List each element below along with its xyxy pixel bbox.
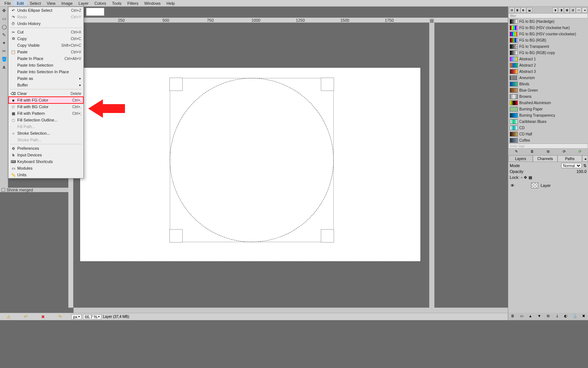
grad-new-icon[interactable]: 🗎 — [530, 149, 535, 155]
menu-view[interactable]: View — [44, 0, 58, 6]
canvas-viewport[interactable] — [74, 23, 429, 308]
menu-item-paste-into-selection-in-place[interactable]: Paste Into Selection In Place — [8, 68, 83, 75]
grad-del-icon[interactable]: ⟳ — [562, 149, 567, 155]
menu-item-paste-into-selection[interactable]: Paste Into Selection — [8, 62, 83, 68]
tool-option-shrink-merged[interactable]: Shrink merged — [0, 188, 68, 192]
layer-visibility-icon[interactable]: 👁 — [510, 183, 516, 188]
gradient-item[interactable]: Abstract 2 — [508, 62, 588, 68]
grad-edit-icon[interactable]: ✎ — [514, 149, 519, 155]
layer-list[interactable]: 👁Layer👁Background — [508, 181, 588, 313]
layer-merge-icon[interactable]: ⤓ — [555, 314, 560, 319]
menu-item-fill-selection-outline[interactable]: ◌Fill Selection Outline... — [8, 117, 83, 123]
gradient-item[interactable]: FG to BG (RGB) copy — [508, 50, 588, 56]
gradient-item[interactable]: FG to BG (Hardedge) — [508, 18, 588, 25]
dock-tab-paths[interactable]: Paths — [557, 155, 582, 162]
dock-icon[interactable]: ▦ — [564, 7, 570, 13]
ellipse-selection[interactable] — [170, 78, 334, 242]
dock-icon[interactable]: ◨ — [558, 7, 564, 13]
dock-menu-icon[interactable]: ◂ — [582, 7, 587, 13]
menu-item-units[interactable]: 📏Units — [8, 171, 83, 178]
gradient-item[interactable]: Coffee — [508, 137, 588, 144]
lock-pos-icon[interactable]: ✥ — [524, 175, 527, 180]
gradient-item[interactable]: FG to BG (HSV counter-clockwise) — [508, 31, 588, 37]
image-tab[interactable] — [84, 7, 104, 17]
handle-top-left[interactable] — [169, 78, 183, 91]
tool-free-select[interactable]: ✎ — [0, 31, 8, 39]
menu-item-input-devices[interactable]: 🖱Input Devices — [8, 152, 83, 158]
menu-filters[interactable]: Filters — [125, 0, 141, 6]
horizontal-scrollbar[interactable] — [74, 308, 508, 313]
vertical-scrollbar[interactable] — [429, 18, 434, 308]
gradient-item[interactable]: CD — [508, 125, 588, 131]
layer-up-icon[interactable]: ▲ — [528, 314, 533, 319]
gradient-list[interactable]: FG to BG (Hardedge)FG to BG (HSV clockwi… — [508, 18, 588, 144]
gradient-item[interactable]: FG to BG (HSV clockwise hue) — [508, 25, 588, 31]
gradient-item[interactable]: Burning Paper — [508, 106, 588, 112]
layer-name[interactable]: Layer — [541, 183, 551, 188]
dock-tab-menu[interactable]: ◂ — [582, 155, 588, 162]
menu-file[interactable]: File — [1, 0, 14, 6]
lock-alpha-icon[interactable]: ▦ — [528, 175, 532, 180]
layer-group-icon[interactable]: ▭ — [519, 314, 524, 319]
gradient-item[interactable]: Aneurism — [508, 75, 588, 81]
layer-anchor-icon[interactable]: ⚓ — [572, 314, 577, 319]
status-icon[interactable]: ↷ — [58, 314, 62, 319]
menu-help[interactable]: Help — [164, 0, 178, 6]
lock-pixel-icon[interactable]: ▫ — [521, 175, 522, 180]
menu-item-paste-in-place[interactable]: Paste In PlaceCtrl+Alt+V — [8, 55, 83, 62]
opacity-value[interactable]: 100.0 — [576, 169, 587, 174]
gradient-item[interactable]: CD Half — [508, 131, 588, 137]
gradient-item[interactable]: Brushed Aluminium — [508, 100, 588, 106]
handle-bottom-left[interactable] — [169, 229, 183, 243]
menu-select[interactable]: Select — [27, 0, 44, 6]
dock-icon[interactable]: ⬓ — [527, 7, 532, 13]
menu-item-keyboard-shortcuts[interactable]: ⌨Keyboard Shortcuts — [8, 158, 83, 165]
menu-item-preferences[interactable]: ⚙Preferences — [8, 145, 83, 152]
gradient-item[interactable]: Blue Green — [508, 87, 588, 93]
gradient-item[interactable]: FG to BG (RGB) — [508, 37, 588, 43]
menu-layer[interactable]: Layer — [76, 0, 92, 6]
menu-colors[interactable]: Colors — [92, 0, 109, 6]
menu-item-modules[interactable]: ▭Modules — [8, 165, 83, 171]
dock-icon[interactable]: ▥ — [570, 7, 576, 13]
status-icon[interactable]: ↶ — [24, 314, 28, 319]
gradient-item[interactable]: FG to Transparent — [508, 43, 588, 50]
tool-fuzzy-select[interactable]: ✦ — [0, 39, 8, 47]
gradient-item[interactable]: Abstract 3 — [508, 68, 588, 75]
layer-dup-icon[interactable]: ⧉ — [545, 314, 551, 319]
menu-edit[interactable]: Edit — [14, 0, 27, 6]
tool-crop[interactable]: ✂ — [0, 47, 8, 55]
menu-item-undo-ellipse-select[interactable]: ↶Undo Ellipse SelectCtrl+Z — [8, 7, 83, 14]
dock-icon[interactable]: ◑ — [552, 7, 558, 13]
tool-rect-select[interactable]: ▭ — [0, 15, 8, 23]
tool-text[interactable]: A — [0, 63, 8, 71]
menu-image[interactable]: Image — [58, 0, 76, 6]
gradient-tags-input[interactable]: enter tags — [508, 144, 588, 149]
canvas[interactable] — [80, 68, 420, 261]
handle-top-right[interactable] — [321, 78, 334, 91]
tool-move[interactable]: ✥ — [0, 7, 8, 15]
handle-bottom-right[interactable] — [321, 229, 334, 243]
menu-item-buffer[interactable]: Buffer▸ — [8, 82, 83, 88]
menu-tools[interactable]: Tools — [109, 0, 125, 6]
zoom-select[interactable]: 66.7 % ▾ — [83, 314, 101, 319]
layer-row[interactable]: 👁Layer — [509, 182, 587, 189]
dock-icon[interactable]: ▭ — [576, 7, 581, 13]
menu-item-fill-with-fg-color[interactable]: ■Fill with FG ColorCtrl+, — [8, 97, 83, 103]
gradient-item[interactable]: Browns — [508, 93, 588, 100]
gradient-item[interactable]: Burning Transparency — [508, 112, 588, 118]
menu-item-fill-with-bg-color[interactable]: □Fill with BG ColorCtrl+. — [8, 103, 83, 110]
menu-item-stroke-selection[interactable]: ○Stroke Selection... — [8, 130, 83, 137]
gradient-item[interactable]: Abstract 1 — [508, 56, 588, 62]
menu-item-paste-as[interactable]: Paste as▸ — [8, 75, 83, 82]
menu-item-paste[interactable]: 📋PasteCtrl+V — [8, 49, 83, 55]
menu-item-clear[interactable]: ⌫ClearDelete — [8, 90, 83, 97]
layer-new-icon[interactable]: 🗎 — [510, 314, 515, 319]
unit-select[interactable]: px ▾ — [71, 314, 82, 319]
menu-windows[interactable]: Windows — [141, 0, 164, 6]
tool-bucket[interactable]: 🪣 — [0, 55, 8, 63]
layer-mask-icon[interactable]: ◐ — [563, 314, 569, 319]
menu-item-undo-history[interactable]: ⏱Undo History — [8, 20, 83, 27]
gradient-filter-input[interactable]: filter — [508, 13, 588, 18]
gradient-item[interactable]: Blinds — [508, 81, 588, 87]
